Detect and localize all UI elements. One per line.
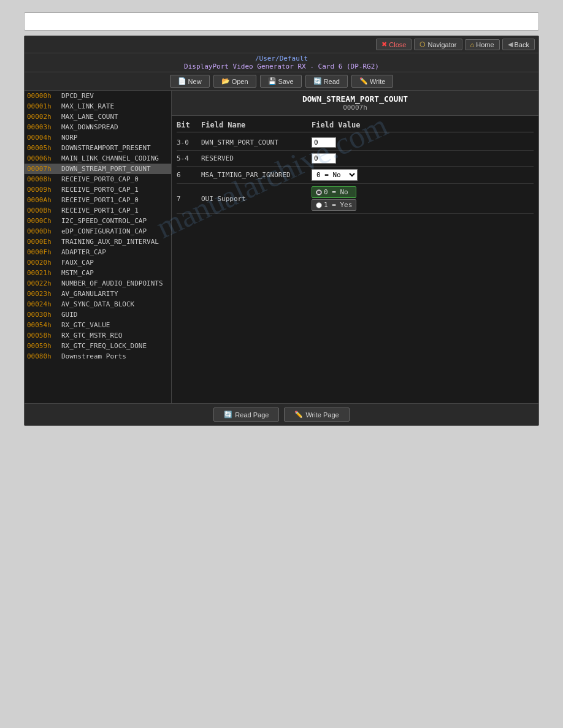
sidebar-item[interactable]: 0000EhTRAINING_AUX_RD_INTERVAL	[25, 237, 171, 247]
sidebar-reg-name: FAUX_CAP	[61, 259, 94, 267]
field-bit: 6	[177, 171, 201, 179]
sidebar-reg-name: ADAPTER_CAP	[61, 248, 106, 256]
radio-dot	[316, 202, 322, 208]
sidebar-item[interactable]: 0000ChI2C_SPEED_CONTROL_CAP	[25, 216, 171, 226]
close-icon: ✖	[381, 40, 387, 48]
write-icon: ✏️	[359, 77, 368, 85]
sidebar-item[interactable]: 00006hMAIN_LINK_CHANNEL_CODING	[25, 153, 171, 164]
sidebar-item[interactable]: 00024hAV_SYNC_DATA_BLOCK	[25, 299, 171, 309]
navigator-button[interactable]: ⬡ Navigator	[414, 39, 462, 50]
sidebar: 00000hDPCD_REV00001hMAX_LINK_RATE00002hM…	[25, 91, 172, 403]
sidebar-addr: 00006h	[27, 154, 59, 162]
field-row: 5-4RESERVED	[177, 151, 534, 167]
register-name: DOWN_STREAM_PORT_COUNT	[175, 94, 535, 104]
sidebar-item[interactable]: 0000FhADAPTER_CAP	[25, 247, 171, 257]
file-path: /User/Default	[255, 55, 308, 63]
read-button[interactable]: 🔄 Read	[305, 75, 348, 88]
save-button[interactable]: 💾 Save	[260, 75, 302, 88]
sidebar-item[interactable]: 00021hMSTM_CAP	[25, 268, 171, 278]
home-button[interactable]: ⌂ Home	[465, 39, 500, 50]
field-row: 3-0DWN_STRM_PORT_COUNT	[177, 135, 534, 151]
sidebar-item[interactable]: 00000hDPCD_REV	[25, 91, 171, 101]
sidebar-reg-name: DPCD_REV	[61, 92, 94, 100]
device-info: DisplayPort Video Generator RX - Card 6 …	[184, 63, 379, 70]
sidebar-addr: 0000Ch	[27, 217, 59, 225]
sidebar-item[interactable]: 0000AhRECEIVE_PORT1_CAP_0	[25, 195, 171, 205]
sidebar-addr: 0000Dh	[27, 227, 59, 235]
sidebar-addr: 00024h	[27, 300, 59, 308]
write-page-icon: ✏️	[294, 411, 303, 419]
navigator-icon: ⬡	[419, 40, 426, 48]
sidebar-item[interactable]: 00002hMAX_LANE_COUNT	[25, 112, 171, 122]
main-window: ✖ Close ⬡ Navigator ⌂ Home ◀ Back /Us	[24, 36, 539, 426]
sidebar-item[interactable]: 00020hFAUX_CAP	[25, 257, 171, 268]
new-icon: 📄	[178, 77, 186, 85]
sidebar-item[interactable]: 00005hDOWNSTREAMPORT_PRESENT	[25, 143, 171, 153]
sidebar-addr: 00007h	[27, 165, 59, 173]
sidebar-addr: 00009h	[27, 186, 59, 194]
sidebar-reg-name: eDP_CONFIGURATION_CAP	[61, 227, 147, 235]
sidebar-item[interactable]: 00007hDOWN_STREAM_PORT_COUNT	[25, 164, 171, 174]
field-value-cell	[312, 137, 534, 148]
save-label: Save	[278, 78, 294, 85]
close-button[interactable]: ✖ Close	[376, 39, 412, 50]
sidebar-addr: 00059h	[27, 342, 59, 350]
content-area: 00000hDPCD_REV00001hMAX_LINK_RATE00002hM…	[25, 91, 538, 403]
sidebar-item[interactable]: 0000DheDP_CONFIGURATION_CAP	[25, 226, 171, 237]
field-input[interactable]	[312, 137, 336, 148]
write-page-button[interactable]: ✏️ Write Page	[284, 408, 349, 422]
sidebar-addr: 0000Eh	[27, 238, 59, 246]
radio-label: 1 = Yes	[324, 201, 352, 209]
read-icon: 🔄	[313, 77, 322, 85]
read-page-button[interactable]: 🔄 Read Page	[213, 408, 279, 422]
sidebar-addr: 0000Ah	[27, 196, 59, 204]
sidebar-item[interactable]: 00058hRX_GTC_MSTR_REQ	[25, 330, 171, 341]
sidebar-addr: 00080h	[27, 352, 59, 360]
radio-option[interactable]: 0 = No	[312, 186, 356, 198]
sidebar-item[interactable]: 00001hMAX_LINK_RATE	[25, 101, 171, 112]
sidebar-item[interactable]: 00003hMAX_DOWNSPREAD	[25, 122, 171, 132]
sidebar-reg-name: GUID	[61, 311, 78, 319]
open-icon: 📂	[221, 77, 230, 85]
field-value-cell	[312, 153, 534, 164]
sidebar-item[interactable]: 00022hNUMBER_OF_AUDIO_ENDPOINTS	[25, 278, 171, 289]
field-dropdown[interactable]: 0 = No1 = Yes	[312, 169, 358, 181]
header-field-value: Field Value	[312, 121, 534, 129]
sidebar-addr: 00003h	[27, 123, 59, 131]
open-button[interactable]: 📂 Open	[213, 75, 256, 88]
read-label: Read	[324, 78, 340, 85]
sidebar-reg-name: MAX_LINK_RATE	[61, 102, 114, 110]
sidebar-reg-name: AV_SYNC_DATA_BLOCK	[61, 300, 134, 308]
read-page-label: Read Page	[235, 411, 269, 419]
sidebar-reg-name: DOWNSTREAMPORT_PRESENT	[61, 144, 151, 152]
fields-table: Bit Field Name Field Value 3-0DWN_STRM_P…	[172, 116, 538, 403]
sidebar-item[interactable]: 00004hNORP	[25, 132, 171, 143]
sidebar-item[interactable]: 00023hAV_GRANULARITY	[25, 289, 171, 299]
sidebar-reg-name: RX_GTC_FREQ_LOCK_DONE	[61, 342, 147, 350]
sidebar-item[interactable]: 00080hDownstream Ports	[25, 351, 171, 362]
field-value-cell: 0 = No1 = Yes	[312, 169, 534, 181]
sidebar-reg-name: Downstream Ports	[61, 352, 126, 360]
sidebar-item[interactable]: 00059hRX_GTC_FREQ_LOCK_DONE	[25, 341, 171, 351]
field-input[interactable]	[312, 153, 336, 164]
write-button[interactable]: ✏️ Write	[351, 75, 393, 88]
sidebar-reg-name: RX_GTC_VALUE	[61, 321, 110, 329]
field-row: 6MSA_TIMING_PAR_IGNORED0 = No1 = Yes	[177, 167, 534, 184]
sidebar-reg-name: DOWN_STREAM_PORT_COUNT	[61, 165, 151, 173]
sidebar-item[interactable]: 00054hRX_GTC_VALUE	[25, 320, 171, 330]
radio-option[interactable]: 1 = Yes	[312, 199, 356, 211]
field-bit: 7	[177, 195, 201, 203]
sidebar-item[interactable]: 00008hRECEIVE_PORT0_CAP_0	[25, 174, 171, 184]
field-row: 7OUI Support0 = No1 = Yes	[177, 184, 534, 214]
top-search-bar[interactable]	[24, 12, 539, 31]
sidebar-item[interactable]: 00009hRECEIVE_PORT0_CAP_1	[25, 184, 171, 195]
home-label: Home	[476, 41, 494, 48]
write-label: Write	[370, 78, 385, 85]
back-button[interactable]: ◀ Back	[502, 39, 535, 50]
sidebar-item[interactable]: 0000BhRECEIVE_PORT1_CAP_1	[25, 205, 171, 216]
sidebar-reg-name: NORP	[61, 134, 78, 142]
sidebar-item[interactable]: 00030hGUID	[25, 309, 171, 320]
sidebar-reg-name: RECEIVE_PORT1_CAP_1	[61, 207, 139, 214]
new-button[interactable]: 📄 New	[170, 75, 210, 88]
field-name: DWN_STRM_PORT_COUNT	[201, 138, 312, 146]
